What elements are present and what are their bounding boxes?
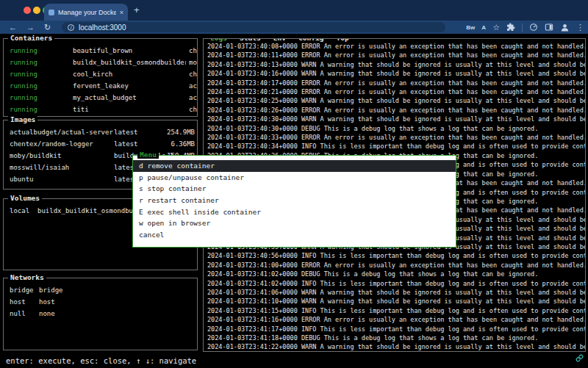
log-line: 2024-01-03T23:41:16+0000 ERROR An error … xyxy=(207,315,585,324)
menu-item[interactable]: d remove container xyxy=(133,160,456,172)
container-row[interactable]: running my_actual_budget act xyxy=(4,92,197,104)
network-driver: host xyxy=(39,296,55,308)
log-line: 2024-01-03T23:40:16+0000 WARN A warning … xyxy=(207,69,585,78)
container-name: beautiful_brown xyxy=(73,45,186,57)
network-row[interactable]: null none xyxy=(4,308,197,320)
image-tag: latest xyxy=(114,126,138,138)
log-line: 2024-01-03T23:40:30+0000 DEBUG This is a… xyxy=(207,124,585,133)
back-button[interactable]: ← xyxy=(9,22,17,32)
container-image: act xyxy=(189,92,197,104)
network-driver: none xyxy=(39,308,55,320)
container-status: running xyxy=(10,92,37,104)
menu-item[interactable]: cancel xyxy=(133,229,456,241)
address-bar[interactable]: i localhost:3000 xyxy=(62,22,445,32)
network-name: null xyxy=(10,308,26,320)
container-row[interactable]: running beautiful_brown che xyxy=(4,45,197,57)
site-info-icon[interactable]: i xyxy=(68,24,74,31)
menu-item[interactable]: r restart container xyxy=(133,195,456,206)
log-line: 2024-01-03T23:40:08+0000 ERROR An error … xyxy=(207,42,585,51)
log-line: 2024-01-03T23:40:56+0000 INFO This is le… xyxy=(207,251,585,260)
toolbar-divider xyxy=(522,24,523,32)
image-name: moby/buildkit xyxy=(10,150,61,162)
container-row[interactable]: running cool_kirch che xyxy=(4,68,197,80)
log-line: 2024-01-03T23:41:00+0000 ERROR An error … xyxy=(207,261,585,270)
image-row[interactable]: chentex/random-logger latest 6.36MB xyxy=(4,138,197,150)
password-manager-extension-icon[interactable]: Bw xyxy=(466,24,475,31)
container-image: mob xyxy=(189,57,197,68)
container-status: running xyxy=(10,68,37,80)
image-name: ubuntu xyxy=(10,173,34,185)
volumes-panel-title: Volumes xyxy=(8,194,42,202)
url-text[interactable]: localhost:3000 xyxy=(79,24,126,32)
browser-tab[interactable]: Manage your Docker fleet w × xyxy=(44,4,128,21)
bookmark-star-icon[interactable]: ☆ xyxy=(492,24,500,32)
tab-title: Manage your Docker fleet w xyxy=(58,9,116,16)
image-name: actualbudget/actual-server xyxy=(10,126,113,138)
browser-window: Manage your Docker fleet w × + ← → ↻ i l… xyxy=(0,0,588,368)
menu-item[interactable]: w open in browser xyxy=(133,217,456,229)
network-name: bridge xyxy=(10,284,34,296)
browser-toolbar: ← → ↻ i localhost:3000 Bw A ☆ xyxy=(0,21,588,34)
tab-favicon-icon xyxy=(49,10,54,15)
side-panel-icon[interactable] xyxy=(545,23,553,32)
log-line: 2024-01-03T23:41:10+0000 WARN A warning … xyxy=(207,297,585,306)
container-status: running xyxy=(10,104,37,115)
log-line: 2024-01-03T23:41:06+0000 WARN A warning … xyxy=(207,288,585,297)
network-name: host xyxy=(10,296,26,308)
container-name: cool_kirch xyxy=(73,68,186,80)
container-row[interactable]: running buildx_buildkit_osmondbuilder0 m… xyxy=(4,57,197,68)
networks-panel[interactable]: Networks bridge bridge host host null xyxy=(3,278,198,350)
volume-driver: local xyxy=(10,205,29,217)
container-status: running xyxy=(10,45,37,57)
image-size: 254.9MB xyxy=(167,126,195,138)
log-line: 2024-01-03T23:40:17+0000 ERROR An error … xyxy=(207,79,585,87)
log-line: 2024-01-03T23:40:26+0000 ERROR An error … xyxy=(207,106,585,115)
network-row[interactable]: bridge bridge xyxy=(4,284,197,296)
profile-avatar-icon[interactable] xyxy=(560,23,570,32)
container-name: my_actual_budget xyxy=(73,92,186,104)
image-size: 6.36MB xyxy=(171,138,195,150)
menu-title: Menu xyxy=(137,151,159,159)
container-image: act xyxy=(189,80,197,92)
log-line: 2024-01-03T23:41:18+0000 DEBUG This is a… xyxy=(207,333,585,342)
log-line: 2024-01-03T23:41:02+0000 INFO This is le… xyxy=(207,279,585,288)
container-status: running xyxy=(10,80,37,92)
logs-panel-tabs[interactable]: Logs ─ Stats ─ Env ─ Config ─ Top xyxy=(208,38,351,42)
isaiah-terminal: Containers running beautiful_brown che r… xyxy=(0,34,588,368)
image-row[interactable]: actualbudget/actual-server latest 254.9M… xyxy=(4,126,197,138)
window-minimize-button[interactable] xyxy=(33,7,40,14)
new-tab-button[interactable]: + xyxy=(134,4,140,15)
log-line: 2024-01-03T23:41:22+0000 WARN A warning … xyxy=(207,342,585,351)
tab-close-icon[interactable]: × xyxy=(120,9,123,16)
extensions-puzzle-icon[interactable] xyxy=(506,23,515,32)
containers-panel[interactable]: Containers running beautiful_brown che r… xyxy=(3,38,198,117)
menu-item[interactable]: p pause/unpause container xyxy=(133,172,456,184)
containers-panel-title: Containers xyxy=(8,34,54,42)
translate-icon[interactable]: A xyxy=(481,24,486,31)
container-image: che xyxy=(189,45,197,57)
menu-item[interactable]: s stop container xyxy=(133,183,456,195)
log-line: 2024-01-03T23:41:02+0000 DEBUG This is a… xyxy=(207,270,585,278)
reload-button[interactable]: ↻ xyxy=(44,22,51,32)
container-row[interactable]: running titi che xyxy=(4,104,197,115)
log-line: 2024-01-03T23:40:25+0000 WARN A warning … xyxy=(207,96,585,105)
menu-kebab-icon[interactable]: ⋮ xyxy=(576,24,584,32)
container-name: titi xyxy=(73,104,186,115)
container-image: che xyxy=(189,104,197,115)
tab-logs[interactable]: Logs xyxy=(210,38,227,42)
networks-panel-title: Networks xyxy=(8,273,46,281)
container-actions-menu: Menu d remove container p pause/unpause … xyxy=(132,155,456,248)
log-line: 2024-01-03T23:41:17+0000 INFO This is le… xyxy=(207,325,585,333)
window-close-button[interactable] xyxy=(24,7,31,14)
images-panel-title: Images xyxy=(8,115,37,123)
container-row[interactable]: running fervent_leakey act xyxy=(4,80,197,92)
tabs-stats-env-config-top[interactable]: ─ Stats ─ Env ─ Config ─ Top xyxy=(227,38,349,42)
safety-check-icon[interactable] xyxy=(529,23,538,32)
log-line: 2024-01-03T23:40:13+0000 WARN A warning … xyxy=(207,60,585,69)
log-line: 2024-01-03T23:40:33+0000 ERROR An error … xyxy=(207,133,585,142)
menu-item[interactable]: E exec shell inside container xyxy=(133,206,456,218)
forward-button[interactable]: → xyxy=(26,22,35,32)
network-driver: bridge xyxy=(39,284,63,296)
log-line: 2024-01-03T23:41:15+0000 INFO This is le… xyxy=(207,306,585,315)
network-row[interactable]: host host xyxy=(4,296,197,308)
